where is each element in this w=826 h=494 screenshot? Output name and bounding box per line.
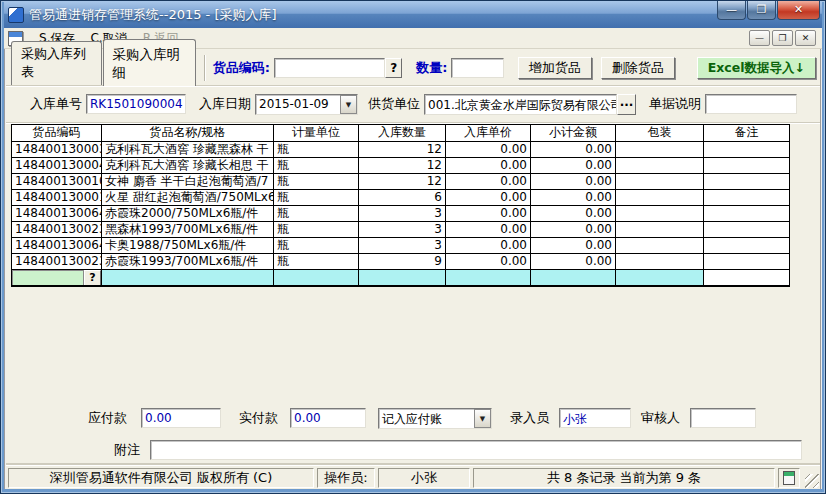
delete-item-button[interactable]: 删除货品 xyxy=(601,57,675,79)
cell-remark[interactable] xyxy=(704,254,789,270)
cell-unit[interactable]: 瓶 xyxy=(274,142,359,158)
cell-subtotal[interactable]: 0.00 xyxy=(531,254,616,270)
cell-name[interactable]: 火星 甜红起泡葡萄酒/750MLx6瓶 xyxy=(102,190,274,206)
cell-qty[interactable]: 3 xyxy=(359,222,446,238)
cell-qty[interactable]: 3 xyxy=(359,238,446,254)
cell-package[interactable] xyxy=(616,254,704,270)
account-combobox[interactable]: 记入应付账 ▼ xyxy=(378,408,492,429)
item-code-help-button[interactable]: ? xyxy=(385,58,402,78)
quantity-input[interactable] xyxy=(451,58,503,78)
remark-input[interactable] xyxy=(150,440,802,460)
cell-remark[interactable] xyxy=(704,174,789,190)
chevron-down-icon[interactable]: ▼ xyxy=(340,95,357,114)
cell-remark[interactable] xyxy=(704,158,789,174)
tab-inbound-detail[interactable]: 采购入库明细 xyxy=(103,39,196,86)
cell-price[interactable]: 0.00 xyxy=(446,174,531,190)
order-no-input[interactable]: RK1501090004 xyxy=(86,94,186,114)
cell-price[interactable]: 0.00 xyxy=(446,158,531,174)
cell-remark[interactable] xyxy=(704,206,789,222)
cell-subtotal[interactable]: 0.00 xyxy=(531,142,616,158)
status-bar: 深圳管易通软件有限公司 版权所有 (C) 操作员: 小张 共 8 条记录 当前为… xyxy=(6,465,820,489)
excel-import-button[interactable]: Excel数据导入↓ xyxy=(697,57,816,79)
supplier-input[interactable]: 001.北京黄金水岸国际贸易有限公司 xyxy=(424,94,617,115)
auditor-input[interactable] xyxy=(690,408,756,428)
cell-remark[interactable] xyxy=(704,222,789,238)
entry-by-input[interactable]: 小张 xyxy=(559,408,631,428)
cell-package[interactable] xyxy=(616,158,704,174)
date-label: 入库日期 xyxy=(199,95,251,113)
calculator-icon[interactable] xyxy=(783,471,795,485)
cell-subtotal[interactable]: 0.00 xyxy=(531,222,616,238)
minimize-button-icon[interactable]: — xyxy=(717,1,746,20)
cell-subtotal[interactable]: 0.00 xyxy=(531,174,616,190)
cell-unit[interactable]: 瓶 xyxy=(274,158,359,174)
close-button-icon[interactable]: ✕ xyxy=(777,1,820,20)
cell-unit[interactable]: 瓶 xyxy=(274,174,359,190)
cell-unit[interactable]: 瓶 xyxy=(274,190,359,206)
cell-price[interactable]: 0.00 xyxy=(446,238,531,254)
cell-qty[interactable]: 12 xyxy=(359,142,446,158)
cell-name[interactable]: 黑森林1993/700MLx6瓶/件 xyxy=(102,222,274,238)
cell-remark[interactable] xyxy=(704,238,789,254)
cell-code[interactable]: 14840013000146 xyxy=(12,190,102,206)
item-code-input[interactable] xyxy=(274,58,385,78)
cell-subtotal[interactable]: 0.00 xyxy=(531,190,616,206)
cell-package[interactable] xyxy=(616,174,704,190)
cell-remark[interactable] xyxy=(704,190,789,206)
cell-unit[interactable]: 瓶 xyxy=(274,254,359,270)
supplier-browse-button[interactable]: ... xyxy=(617,94,636,115)
mdi-minimize-icon[interactable]: — xyxy=(749,30,770,46)
cell-subtotal[interactable]: 0.00 xyxy=(531,238,616,254)
cell-name[interactable]: 赤霞珠1993/700MLx6瓶/件 xyxy=(102,254,274,270)
cell-price[interactable]: 0.00 xyxy=(446,206,531,222)
cell-code[interactable]: 14840013002317 xyxy=(12,254,102,270)
cell-price[interactable]: 0.00 xyxy=(446,190,531,206)
cell-code[interactable]: 14840013006452 xyxy=(12,238,102,254)
cell-qty[interactable]: 6 xyxy=(359,190,446,206)
cell-remark[interactable] xyxy=(704,142,789,158)
cell-package[interactable] xyxy=(616,190,704,206)
cell-code[interactable]: 14840013006445 xyxy=(12,206,102,222)
memo-input[interactable] xyxy=(705,94,797,114)
entry-code-input[interactable] xyxy=(12,270,84,286)
cell-price[interactable]: 0.00 xyxy=(446,222,531,238)
mdi-close-icon[interactable]: ✕ xyxy=(795,30,816,46)
account-value: 记入应付账 xyxy=(379,409,474,428)
payable-input[interactable]: 0.00 xyxy=(141,408,221,428)
cell-code[interactable]: 14840013002362 xyxy=(12,222,102,238)
cell-subtotal[interactable]: 0.00 xyxy=(531,158,616,174)
cell-package[interactable] xyxy=(616,222,704,238)
cell-code[interactable]: 14840013000436 xyxy=(12,158,102,174)
cell-package[interactable] xyxy=(616,206,704,222)
cell-name[interactable]: 女神 麝香 半干白起泡葡萄酒/7 xyxy=(102,174,274,190)
date-combobox[interactable]: 2015-01-09 ▼ xyxy=(255,94,358,115)
cell-code[interactable]: 14840013001075 xyxy=(12,174,102,190)
cell-price[interactable]: 0.00 xyxy=(446,254,531,270)
cell-name[interactable]: 克利科瓦大酒窖 珍藏长相思 干 xyxy=(102,158,274,174)
paid-input[interactable]: 0.00 xyxy=(290,408,366,428)
cell-qty[interactable]: 12 xyxy=(359,174,446,190)
cell-unit[interactable]: 瓶 xyxy=(274,238,359,254)
tab-inbound-list[interactable]: 采购入库列表 xyxy=(11,41,102,85)
cell-subtotal[interactable]: 0.00 xyxy=(531,206,616,222)
cell-qty[interactable]: 12 xyxy=(359,158,446,174)
resize-grip[interactable] xyxy=(805,474,819,488)
cell-unit[interactable]: 瓶 xyxy=(274,222,359,238)
maximize-button-icon[interactable]: ❐ xyxy=(747,1,776,20)
cell-unit[interactable]: 瓶 xyxy=(274,206,359,222)
grid-wrap: 货品编码 货品名称/规格 计量单位 入库数量 入库单价 小计金额 包装 备注 1… xyxy=(6,123,820,287)
cell-name[interactable]: 卡奥1988/750MLx6瓶/件 xyxy=(102,238,274,254)
supplier-label: 供货单位 xyxy=(368,95,420,113)
chevron-down-icon[interactable]: ▼ xyxy=(474,409,491,428)
cell-name[interactable]: 克利科瓦大酒窖 珍藏黑森林 干 xyxy=(102,142,274,158)
cell-package[interactable] xyxy=(616,238,704,254)
cell-price[interactable]: 0.00 xyxy=(446,142,531,158)
cell-code[interactable]: 14840013000337 xyxy=(12,142,102,158)
cell-qty[interactable]: 9 xyxy=(359,254,446,270)
add-item-button[interactable]: 增加货品 xyxy=(518,57,592,79)
cell-qty[interactable]: 3 xyxy=(359,206,446,222)
entry-help-button[interactable]: ? xyxy=(84,270,101,286)
cell-name[interactable]: 赤霞珠2000/750MLx6瓶/件 xyxy=(102,206,274,222)
cell-package[interactable] xyxy=(616,142,704,158)
mdi-restore-icon[interactable]: ❐ xyxy=(772,30,793,46)
